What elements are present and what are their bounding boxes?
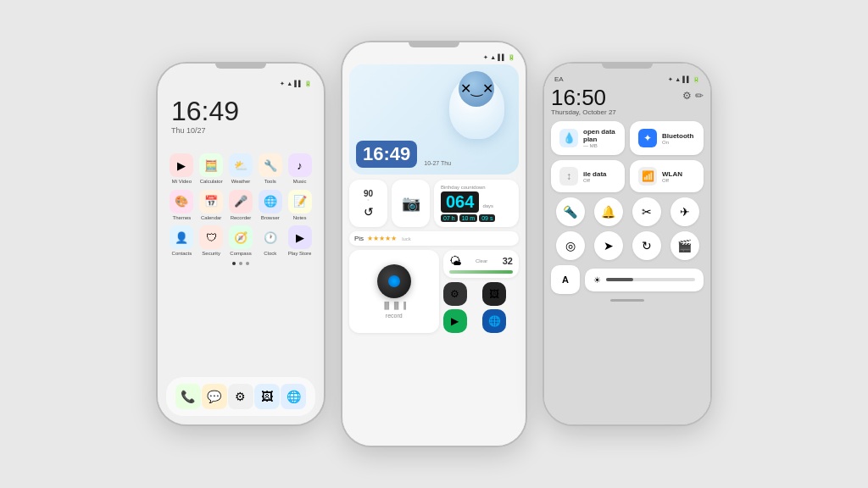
app-icon: ▶	[288, 225, 312, 249]
cc-bell-btn[interactable]: 🔔	[594, 197, 623, 226]
app-label: Notes	[293, 215, 307, 221]
app-btn-4[interactable]: 🌐	[482, 309, 506, 333]
widgets-row-1: 90 ° ↺ 📷 Birthday countdown 064 days 07 …	[349, 180, 519, 227]
cc-bottom-row: A ☀	[551, 265, 704, 294]
cc-wlan-text: WLAN Off	[662, 170, 695, 183]
cc-brightness: ☀	[585, 269, 704, 291]
bottom-row: ▐▌▐▌▐ record 🌤 Clear 32 ⚙ �	[349, 250, 519, 333]
app-item-clock[interactable]: 🕐 Clock	[258, 225, 282, 257]
cc-video-btn[interactable]: 🎬	[670, 231, 699, 260]
app-label: Play Store	[288, 251, 312, 257]
record-center	[388, 275, 400, 287]
cc-data-sub: — MB	[583, 143, 616, 148]
app-buttons: ⚙ 🖼 ▶ 🌐	[443, 282, 520, 333]
dock-icon[interactable]: 🌐	[281, 384, 306, 409]
app-item-tools[interactable]: 🔧 Tools	[258, 153, 282, 185]
cc-wlan-icon: 📶	[638, 167, 657, 186]
app-item-themes[interactable]: 🎨 Themes	[170, 190, 194, 221]
app-icon: ▶	[170, 153, 193, 177]
app-label: Tools	[264, 179, 276, 185]
record-label: record	[386, 313, 403, 319]
app-icon: 🕐	[259, 225, 282, 249]
dock-icon[interactable]: ⚙	[228, 384, 253, 409]
cc-nfc-btn[interactable]: ◎	[556, 231, 585, 260]
app-item-music[interactable]: ♪ Music	[287, 153, 312, 185]
dock-icon[interactable]: 💬	[202, 384, 227, 409]
dock: 📞💬⚙🖼🌐	[166, 377, 315, 416]
app-label: Clock	[264, 251, 276, 257]
app-btn-1[interactable]: ⚙	[443, 282, 467, 306]
cc-wlan-sub: Off	[662, 178, 695, 183]
app-label: Compass	[230, 251, 251, 257]
app-item-compass[interactable]: 🧭 Compass	[229, 225, 253, 257]
app-item-browser[interactable]: 🌐 Browser	[258, 190, 282, 221]
app-label: Music	[293, 179, 307, 185]
cc-brightness-fill	[606, 278, 633, 281]
app-btn-2[interactable]: 🖼	[482, 282, 506, 306]
cc-location-btn[interactable]: ➤	[594, 231, 623, 260]
cc-mobile-sub: Off	[583, 178, 616, 183]
weather-condition: Clear	[476, 258, 487, 263]
app-label: Contacts	[172, 251, 192, 257]
app-item-calculator[interactable]: 🧮 Calculator	[199, 153, 224, 185]
dock-icon[interactable]: 🖼	[254, 384, 280, 409]
cc-rotation-btn[interactable]: ↻	[632, 231, 661, 260]
cc-airplane-btn[interactable]: ✈	[670, 197, 699, 226]
app-label: Calendar	[201, 215, 221, 221]
cc-brightness-bar[interactable]	[606, 278, 695, 281]
dock-icon[interactable]: 📞	[175, 384, 201, 409]
cc-date: Thursday, October 27	[551, 108, 616, 116]
cc-user-status: EA	[554, 75, 564, 83]
app-item-security[interactable]: 🛡 Security	[199, 225, 224, 257]
astronaut: ✕‿✕	[442, 69, 510, 145]
weather-bar	[449, 270, 514, 274]
app-label: Security	[202, 251, 220, 257]
status-bar-1: ✦ ▲ ▌▌ 🔋	[166, 80, 315, 87]
pis-label: Pis	[354, 235, 364, 242]
app-icon: ♪	[288, 153, 312, 177]
weather-top: 🌤 Clear 32	[449, 254, 514, 268]
dot-3	[246, 262, 249, 265]
app-icon: 🎨	[170, 190, 193, 214]
cc-data-icon: 💧	[559, 129, 578, 147]
phone-control-center: EA ✦ ▲ ▌▌ 🔋 16:50 Thursday, October 27 ⚙…	[542, 62, 712, 426]
app-grid-1: ▶ Mi Video 🧮 Calculator ⛅ Weather 🔧 Tool…	[166, 153, 315, 257]
app-item-mi-video[interactable]: ▶ Mi Video	[170, 153, 194, 185]
rotation-icon: ↺	[364, 205, 374, 219]
cc-torch-btn[interactable]: 🔦	[556, 197, 585, 226]
cc-bluetooth-icon: ✦	[638, 129, 657, 147]
cc-bottom-line	[610, 299, 644, 302]
app-label: Themes	[173, 215, 192, 221]
cc-mobile-text: ile data Off	[583, 170, 616, 183]
widget-date: 10-27 Thu	[424, 160, 451, 166]
cc-data-tile[interactable]: 💧 open data plan — MB	[551, 121, 625, 155]
cc-bluetooth-tile[interactable]: ✦ Bluetooth On	[630, 121, 704, 155]
camera-icon: 📷	[402, 194, 420, 213]
app-item-weather[interactable]: ⛅ Weather	[229, 153, 253, 185]
cc-scissors-btn[interactable]: ✂	[632, 197, 661, 226]
status-bar-2: ✦ ▲ ▌▌ 🔋	[349, 54, 519, 61]
app-icon: ⛅	[229, 153, 253, 177]
dot-1	[232, 262, 236, 265]
app-item-play-store[interactable]: ▶ Play Store	[287, 225, 312, 257]
countdown-h: 07 h	[441, 214, 458, 222]
cc-mobile-tile[interactable]: ↕ ile data Off	[551, 160, 625, 192]
cc-settings-icon[interactable]: ⚙	[682, 90, 692, 102]
birthday-number: 064	[441, 191, 479, 213]
cc-icon-row-2: ◎ ➤ ↻ 🎬	[551, 231, 704, 260]
cc-wlan-tile[interactable]: 📶 WLAN Off	[630, 160, 704, 192]
birthday-widget: Birthday countdown 064 days 07 h 10 m 09…	[434, 180, 519, 227]
app-item-recorder[interactable]: 🎤 Recorder	[229, 190, 253, 221]
app-item-notes[interactable]: 📝 Notes	[287, 190, 312, 221]
app-icon: 🌐	[259, 190, 282, 214]
cc-data-text: open data plan — MB	[583, 128, 616, 148]
stars: ★★★★★	[367, 235, 397, 242]
cc-edit-icon[interactable]: ✏	[695, 90, 704, 102]
cc-letter-btn[interactable]: A	[551, 265, 580, 294]
app-item-calendar[interactable]: 📅 Calendar	[199, 190, 224, 221]
app-label: Browser	[261, 215, 280, 221]
weather-icon: 🌤	[449, 254, 461, 268]
app-icon: 🛡	[199, 225, 223, 249]
app-btn-3[interactable]: ▶	[443, 309, 467, 333]
app-item-contacts[interactable]: 👤 Contacts	[170, 225, 194, 257]
